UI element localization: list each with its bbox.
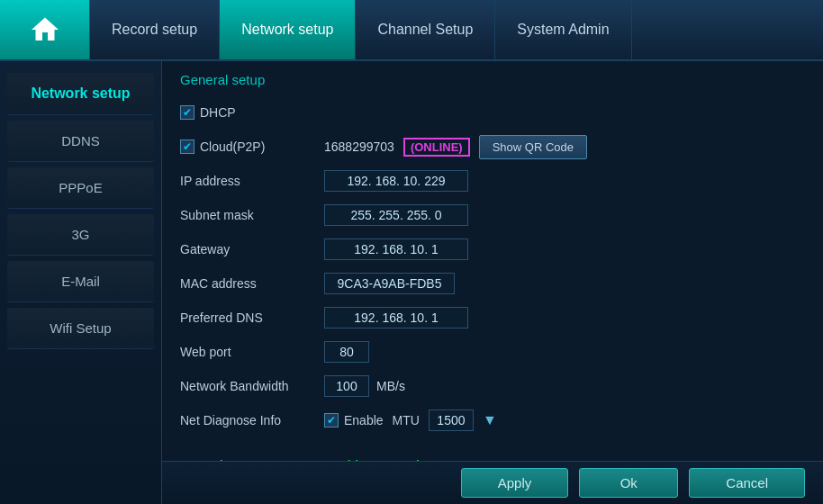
bandwidth-unit: MB/s	[376, 379, 405, 393]
section-title: General setup	[180, 72, 805, 87]
sidebar-item-3g[interactable]: 3G	[7, 214, 154, 256]
subnet-value[interactable]: 255. 255. 255. 0	[324, 204, 468, 226]
sidebar-item-pppoe[interactable]: PPPoE	[7, 167, 154, 209]
cloud-checkbox[interactable]	[180, 140, 194, 154]
sidebar-item-wifi-setup[interactable]: Wifi Setup	[7, 308, 154, 349]
sidebar: Network setup DDNS PPPoE 3G E-Mail Wifi …	[0, 61, 162, 504]
sidebar-item-network-setup[interactable]: Network setup	[7, 73, 154, 115]
diagnose-row: Net Diagnose Info Enable MTU 1500 ▼	[180, 408, 805, 433]
bandwidth-row: Network Bandwidth 100 MB/s	[180, 374, 805, 399]
webport-row: Web port 80	[180, 339, 805, 364]
ip-address-row: IP address 192. 168. 10. 229	[180, 168, 805, 194]
webport-value[interactable]: 80	[324, 341, 369, 363]
gateway-value[interactable]: 192. 168. 10. 1	[324, 238, 468, 260]
cloud-online-badge: (ONLINE)	[403, 138, 470, 157]
enable-checkbox[interactable]	[324, 413, 339, 428]
tab-record-setup[interactable]: Record setup	[90, 0, 220, 59]
content-area: General setup DHCP Cloud(P2P) 1688	[162, 61, 823, 504]
gateway-row: Gateway 192. 168. 10. 1	[180, 237, 805, 262]
main-layout: Network setup DDNS PPPoE 3G E-Mail Wifi …	[0, 61, 823, 504]
ip-address-value[interactable]: 192. 168. 10. 229	[324, 170, 468, 192]
cancel-button[interactable]: Cancel	[689, 468, 805, 498]
mtu-value[interactable]: 1500	[429, 410, 474, 431]
bottom-bar: Apply Ok Cancel	[162, 461, 823, 504]
dhcp-checkbox[interactable]	[180, 105, 194, 120]
home-button[interactable]	[0, 0, 90, 59]
mtu-label: MTU	[393, 413, 420, 428]
dhcp-row: DHCP	[180, 100, 805, 125]
ok-button[interactable]: Ok	[579, 468, 678, 498]
dns-label: Preferred DNS	[180, 310, 324, 325]
sidebar-item-email[interactable]: E-Mail	[7, 261, 154, 302]
tab-system-admin[interactable]: System Admin	[495, 0, 631, 59]
mtu-dropdown-arrow[interactable]: ▼	[483, 412, 497, 428]
dns-row: Preferred DNS 192. 168. 10. 1	[180, 305, 805, 330]
diagnose-label: Net Diagnose Info	[180, 413, 324, 428]
mac-value: 9CA3-A9AB-FDB5	[324, 273, 455, 294]
show-qr-code-button[interactable]: Show QR Code	[479, 135, 587, 159]
bandwidth-value[interactable]: 100	[324, 375, 369, 397]
sidebar-item-ddns[interactable]: DDNS	[7, 121, 154, 162]
apply-button[interactable]: Apply	[461, 468, 569, 498]
tab-channel-setup[interactable]: Channel Setup	[356, 0, 495, 59]
dns-value[interactable]: 192. 168. 10. 1	[324, 307, 468, 328]
top-nav: Record setup Network setup Channel Setup…	[0, 0, 823, 61]
form-section: DHCP Cloud(P2P) 1688299703 (ONLINE) Show…	[180, 100, 805, 478]
webport-label: Web port	[180, 345, 324, 359]
mac-row: MAC address 9CA3-A9AB-FDB5	[180, 271, 805, 296]
subnet-label: Subnet mask	[180, 208, 324, 222]
cloud-p2p-id: 1688299703	[324, 140, 394, 154]
cloud-row: Cloud(P2P) 1688299703 (ONLINE) Show QR C…	[180, 134, 805, 159]
ip-address-label: IP address	[180, 174, 324, 188]
cloud-checkbox-label[interactable]: Cloud(P2P)	[180, 140, 324, 154]
mac-label: MAC address	[180, 276, 324, 291]
enable-checkbox-label[interactable]: Enable	[324, 413, 384, 428]
gateway-label: Gateway	[180, 242, 324, 256]
dhcp-checkbox-label[interactable]: DHCP	[180, 105, 236, 120]
home-icon	[29, 14, 61, 46]
tab-network-setup[interactable]: Network setup	[220, 0, 356, 59]
bandwidth-label: Network Bandwidth	[180, 379, 324, 393]
cloud-value-group: 1688299703 (ONLINE) Show QR Code	[324, 135, 587, 159]
subnet-row: Subnet mask 255. 255. 255. 0	[180, 202, 805, 228]
